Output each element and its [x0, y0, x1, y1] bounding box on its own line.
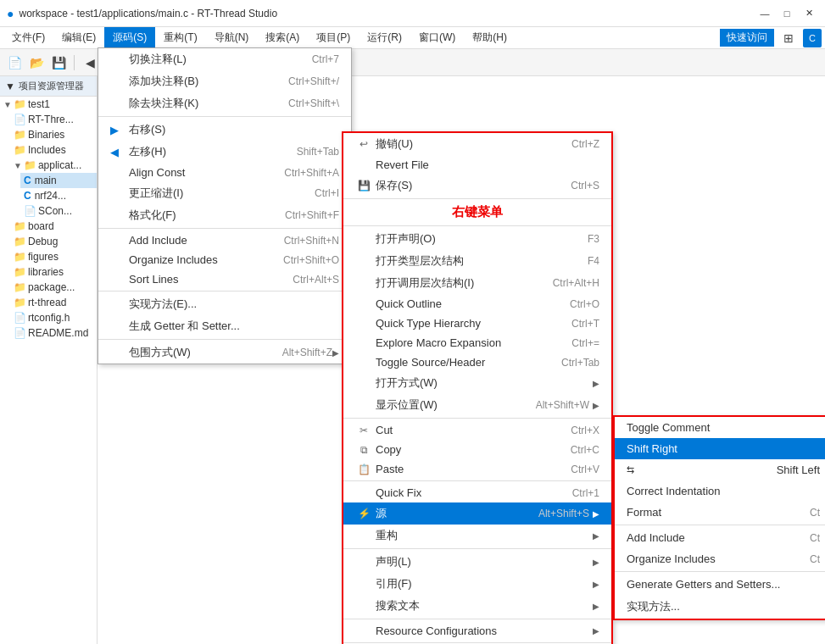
sub-toggle-comment[interactable]: Toggle Comment [615, 417, 825, 438]
tree-item-rtthread2[interactable]: 📁 rt-thread [10, 295, 97, 310]
sub-correct-indent[interactable]: Correct Indentation [615, 480, 825, 502]
folder-icon: 📁 [14, 144, 26, 156]
ctx-sep4 [343, 619, 611, 619]
sm-sep4 [98, 339, 351, 340]
tree-item-mainc[interactable]: C main [20, 173, 97, 188]
quick-access-button[interactable]: 快速访问 [720, 29, 774, 47]
sm-implement-method[interactable]: 实现方法(E)... [98, 293, 351, 315]
tree-item-board[interactable]: 📁 board [10, 219, 97, 234]
ctx-toggle-source[interactable]: Toggle Source/Header Ctrl+Tab [343, 353, 611, 372]
sm-add-include[interactable]: Add Include Ctrl+Shift+N [98, 230, 351, 250]
menu-nav[interactable]: 导航(N) [206, 27, 258, 48]
sub-organize-includes[interactable]: Organize Includes Ct [615, 548, 825, 569]
ctx-quick-type[interactable]: Quick Type Hierarchy Ctrl+T [343, 314, 611, 333]
toolbar-btn-2[interactable]: C [803, 29, 822, 47]
copy-icon: ⧉ [355, 444, 372, 456]
toolbar-btn-1[interactable]: ⊞ [779, 29, 798, 47]
ctx-declarations[interactable]: 声明(L) ▶ [343, 551, 611, 573]
tree-label: figures [28, 251, 59, 263]
folder-icon: 📁 [14, 251, 26, 263]
sm-align-const[interactable]: Align Const Ctrl+Shift+A [98, 163, 351, 182]
sm-generate-getters-setters[interactable]: 生成 Getter 和 Setter... [98, 315, 351, 337]
minimize-button[interactable]: — [755, 4, 774, 23]
sidebar-title: 项目资源管理器 [19, 80, 84, 92]
sm-sep1 [98, 116, 351, 117]
ctx-revert[interactable]: Revert File [343, 155, 611, 175]
ctx-references[interactable]: 引用(F) ▶ [343, 573, 611, 595]
ctx-paste[interactable]: 📋 Paste Ctrl+V [343, 459, 611, 479]
sm-add-block-comment[interactable]: 添加块注释(B) Ctrl+Shift+/ [98, 70, 351, 92]
back-btn[interactable]: ◀ [81, 53, 99, 72]
sm-sort-lines[interactable]: Sort Lines Ctrl+Alt+S [98, 269, 351, 289]
menu-bar: 文件(F) 编辑(E) 源码(S) 重构(T) 导航(N) 搜索(A) 项目(P… [0, 27, 825, 49]
ctx-cut[interactable]: ✂ Cut Ctrl+X [343, 420, 611, 440]
close-button[interactable]: ✕ [800, 4, 818, 23]
new-file-btn[interactable]: 📄 [5, 53, 24, 72]
sub-shift-left[interactable]: ⇆ Shift Left [615, 459, 825, 480]
tree-item-test1[interactable]: ▼ 📁 test1 [0, 97, 97, 112]
ctx-open-decl[interactable]: 打开声明(O) F3 [343, 228, 611, 250]
tree-item-rtthread[interactable]: 📄 RT-Thre... [10, 112, 97, 127]
ctx-quick-outline[interactable]: Quick Outline Ctrl+O [343, 294, 611, 314]
ctx-copy[interactable]: ⧉ Copy Ctrl+C [343, 440, 611, 459]
tree-item-debug[interactable]: 📁 Debug [10, 234, 97, 249]
ctx-open-with[interactable]: 打开方式(W) ▶ [343, 372, 611, 394]
open-btn[interactable]: 📂 [27, 53, 46, 72]
tree-item-scon[interactable]: 📄 SCon... [20, 203, 97, 219]
menu-source[interactable]: 源码(S) [104, 27, 155, 48]
folder-icon: 📁 [14, 98, 26, 110]
sub-generate-getters[interactable]: Generate Getters and Setters... [615, 574, 825, 595]
sub-add-include[interactable]: Add Include Ct [615, 527, 825, 548]
ctx-quick-fix[interactable]: Quick Fix Ctrl+1 [343, 483, 611, 502]
folder-icon: 📁 [14, 220, 26, 232]
menu-file[interactable]: 文件(F) [3, 27, 53, 48]
menu-project[interactable]: 项目(P) [308, 27, 359, 48]
ctx-resource-config[interactable]: Resource Configurations ▶ [343, 621, 611, 641]
tree-item-readme[interactable]: 📄 README.md [10, 325, 97, 341]
ctx-call-hierarchy[interactable]: 打开调用层次结构(I) Ctrl+Alt+H [343, 272, 611, 294]
tree-label: rtconfig.h [28, 312, 70, 324]
file-icon: 📄 [24, 205, 36, 217]
sub-shift-right[interactable]: Shift Right [615, 438, 825, 459]
menu-help[interactable]: 帮助(H) [464, 27, 516, 48]
tree-item-rtconfigh[interactable]: 📄 rtconfig.h [10, 310, 97, 325]
ctx-undo[interactable]: ↩ 撤销(U) Ctrl+Z [343, 133, 611, 155]
save-btn[interactable]: 💾 [49, 53, 68, 72]
sm-correct-indent[interactable]: 更正缩进(I) Ctrl+I [98, 182, 351, 204]
menu-window[interactable]: 窗口(W) [410, 27, 464, 48]
tree-item-nrf24[interactable]: C nrf24... [20, 188, 97, 203]
tree-item-applications[interactable]: ▼ 📁 applicat... [10, 158, 97, 173]
sm-indent-right[interactable]: ▶ 右移(S) [98, 119, 351, 141]
tree-item-packages[interactable]: 📁 package... [10, 280, 97, 295]
tree-item-includes[interactable]: 📁 Includes [10, 142, 97, 158]
tree-item-libraries[interactable]: 📁 libraries [10, 264, 97, 280]
sm-surround-with[interactable]: 包围方式(W) Alt+Shift+Z ▶ [98, 341, 351, 364]
ctx-show-in[interactable]: 显示位置(W) Alt+Shift+W ▶ [343, 394, 611, 416]
ctx-refactor[interactable]: 重构 ▶ [343, 525, 611, 547]
sub-sep1 [615, 525, 825, 525]
ctx-type-hierarchy[interactable]: 打开类型层次结构 F4 [343, 250, 611, 272]
sidebar-header: ▼ 项目资源管理器 [0, 76, 97, 97]
ctx-macro[interactable]: Explore Macro Expansion Ctrl+= [343, 333, 611, 353]
sm-format[interactable]: 格式化(F) Ctrl+Shift+F [98, 204, 351, 226]
menu-search[interactable]: 搜索(A) [257, 27, 308, 48]
sm-toggle-comment[interactable]: 切换注释(L) Ctrl+7 [98, 48, 351, 70]
maximize-button[interactable]: □ [778, 4, 796, 23]
folder-icon: 📁 [14, 129, 26, 141]
tree-item-binaries[interactable]: 📁 Binaries [10, 127, 97, 142]
folder-icon: 📁 [14, 236, 26, 247]
ctx-source[interactable]: ⚡ 源 Alt+Shift+S ▶ [343, 502, 611, 525]
sub-format[interactable]: Format Ct [615, 502, 825, 523]
menu-edit[interactable]: 编辑(E) [53, 27, 104, 48]
menu-refactor[interactable]: 重构(T) [155, 27, 205, 48]
folder-icon: 📁 [14, 297, 26, 308]
ctx-search-text[interactable]: 搜索文本 ▶ [343, 595, 611, 617]
sub-implement-method[interactable]: 实现方法... [615, 595, 825, 619]
sm-remove-block-comment[interactable]: 除去块注释(K) Ctrl+Shift+\ [98, 92, 351, 114]
ctx-save[interactable]: 💾 保存(S) Ctrl+S [343, 175, 611, 197]
tree-item-figures[interactable]: 📁 figures [10, 249, 97, 264]
menu-run[interactable]: 运行(R) [359, 27, 410, 48]
tree-label: Includes [28, 144, 66, 156]
sm-indent-left[interactable]: ◀ 左移(H) Shift+Tab [98, 141, 351, 163]
sm-organize-includes[interactable]: Organize Includes Ctrl+Shift+O [98, 250, 351, 269]
